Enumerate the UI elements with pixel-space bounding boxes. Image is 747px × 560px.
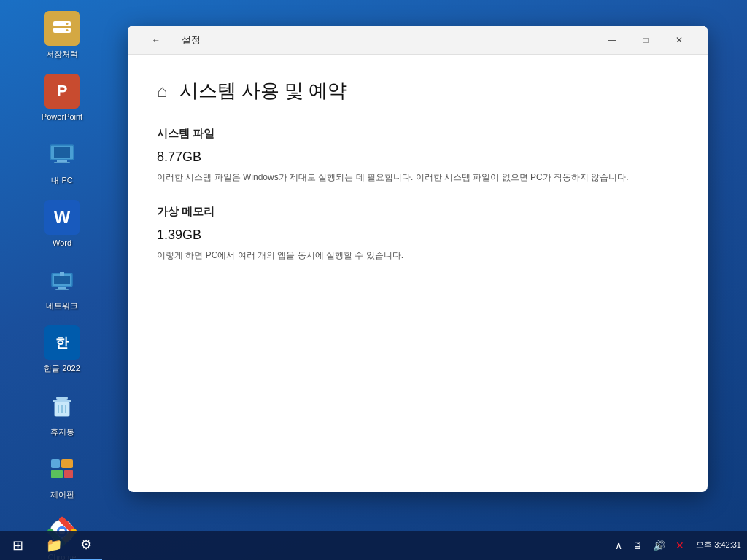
system-files-value: 8.77GB xyxy=(157,149,678,165)
svg-rect-19 xyxy=(51,459,60,468)
maximize-button[interactable]: □ xyxy=(629,28,662,52)
desktop-icon-powerpoint[interactable]: P PowerPoint xyxy=(33,70,91,125)
svg-rect-6 xyxy=(57,160,67,162)
svg-point-3 xyxy=(66,29,69,31)
settings-window: ← 설정 — □ ✕ ⌂ 시스템 사용 및 예약 시스템 파일 8.77GB 이… xyxy=(128,26,708,492)
tray-error-icon[interactable]: ✕ xyxy=(673,538,687,553)
powerpoint-label: PowerPoint xyxy=(42,112,82,122)
desktop-icon-network[interactable]: 네트워크 xyxy=(33,259,91,314)
content-area: ⌂ 시스템 사용 및 예약 시스템 파일 8.77GB 이러한 시스템 파일은 … xyxy=(128,55,708,492)
virtual-memory-value: 1.39GB xyxy=(157,228,678,243)
desktop-icon-hangul[interactable]: 한 한글 2022 xyxy=(33,322,91,377)
section-virtual-memory: 가상 메모리 1.39GB 이렇게 하면 PC에서 여러 개의 앱을 동시에 실… xyxy=(157,205,678,262)
window-controls: — □ ✕ xyxy=(595,28,696,52)
home-icon: ⌂ xyxy=(157,81,168,101)
virtual-memory-title: 가상 메모리 xyxy=(157,205,678,219)
cpanel-label: 제어판 xyxy=(50,489,74,499)
tray-hidden-icons[interactable]: ∧ xyxy=(612,538,625,553)
start-icon: ⊞ xyxy=(12,537,23,553)
taskbar: ⊞ 📁 ⚙ ∧ 🖥 🔊 ✕ 오후 3:42:31 xyxy=(0,531,747,560)
tray-network-icon[interactable]: 🖥 xyxy=(630,538,646,553)
desktop-icon-storage[interactable]: 저장처럭 xyxy=(33,7,91,63)
clock-time: 오후 3:42:31 xyxy=(696,540,741,551)
window-title: 설정 xyxy=(182,34,595,47)
minimize-button[interactable]: — xyxy=(595,28,629,52)
svg-rect-21 xyxy=(51,470,63,478)
virtual-memory-desc: 이렇게 하면 PC에서 여러 개의 앱을 동시에 실행할 수 있습니다. xyxy=(157,249,678,262)
page-title: 시스템 사용 및 예약 xyxy=(179,78,347,104)
hangul-label: 한글 2022 xyxy=(44,363,80,373)
svg-point-2 xyxy=(66,23,69,25)
back-button[interactable]: ← xyxy=(139,28,173,52)
taskbar-icons: 📁 ⚙ xyxy=(35,531,603,560)
desktop-icon-cpanel[interactable]: 제어판 xyxy=(33,448,91,503)
tray-volume-icon[interactable]: 🔊 xyxy=(650,538,668,553)
mypc-label: 내 PC xyxy=(51,175,72,185)
svg-rect-11 xyxy=(55,289,69,290)
svg-rect-5 xyxy=(54,147,70,158)
taskbar-clock: 오후 3:42:31 xyxy=(696,540,747,551)
section-system-files: 시스템 파일 8.77GB 이러한 시스템 파일은 Windows가 제대로 실… xyxy=(157,127,678,184)
svg-rect-13 xyxy=(56,397,68,400)
title-bar: ← 설정 — □ ✕ xyxy=(128,26,708,55)
desktop-icon-mypc[interactable]: 내 PC xyxy=(33,133,91,189)
system-files-title: 시스템 파일 xyxy=(157,127,678,141)
file-explorer-icon: 📁 xyxy=(46,537,62,553)
desktop-icon-trash[interactable]: 휴지통 xyxy=(33,385,91,440)
svg-rect-12 xyxy=(60,272,64,276)
network-label: 네트워크 xyxy=(46,300,78,311)
taskbar-settings[interactable]: ⚙ xyxy=(70,531,102,560)
page-header: ⌂ 시스템 사용 및 예약 xyxy=(157,78,678,104)
taskbar-file-explorer[interactable]: 📁 xyxy=(38,531,70,560)
svg-rect-9 xyxy=(54,276,70,284)
storage-label: 저장처럭 xyxy=(46,49,78,59)
taskbar-tray: ∧ 🖥 🔊 ✕ xyxy=(603,538,696,553)
settings-icon: ⚙ xyxy=(80,537,92,553)
desktop-icon-word[interactable]: W Word xyxy=(33,196,91,252)
word-label: Word xyxy=(53,238,71,248)
svg-rect-10 xyxy=(58,287,66,289)
desktop: 저장처럭 P PowerPoint 내 PC W Word 네트워크 한 한글 … xyxy=(0,0,124,540)
start-button[interactable]: ⊞ xyxy=(0,531,35,560)
close-button[interactable]: ✕ xyxy=(662,28,696,52)
svg-rect-22 xyxy=(64,470,73,478)
system-files-desc: 이러한 시스템 파일은 Windows가 제대로 실행되는 데 필요합니다. 이… xyxy=(157,171,678,184)
svg-rect-20 xyxy=(61,459,73,468)
svg-rect-7 xyxy=(54,162,70,163)
trash-label: 휴지통 xyxy=(50,427,74,437)
